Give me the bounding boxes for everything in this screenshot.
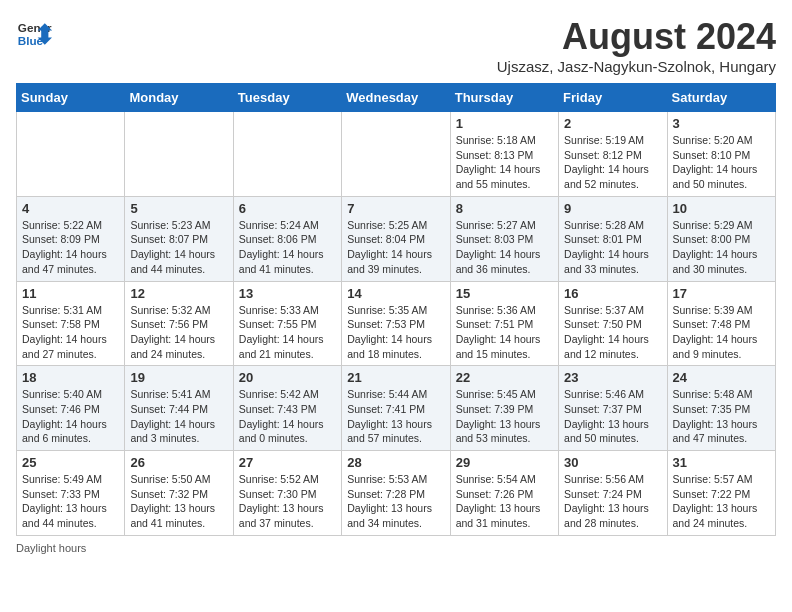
col-tuesday: Tuesday xyxy=(233,84,341,112)
table-row xyxy=(342,112,450,197)
day-number: 9 xyxy=(564,201,661,216)
day-info: Sunrise: 5:50 AMSunset: 7:32 PMDaylight:… xyxy=(130,472,227,531)
table-row xyxy=(17,112,125,197)
calendar-week-row: 25Sunrise: 5:49 AMSunset: 7:33 PMDayligh… xyxy=(17,451,776,536)
day-info: Sunrise: 5:52 AMSunset: 7:30 PMDaylight:… xyxy=(239,472,336,531)
day-number: 11 xyxy=(22,286,119,301)
day-number: 25 xyxy=(22,455,119,470)
day-info: Sunrise: 5:56 AMSunset: 7:24 PMDaylight:… xyxy=(564,472,661,531)
day-number: 12 xyxy=(130,286,227,301)
day-info: Sunrise: 5:18 AMSunset: 8:13 PMDaylight:… xyxy=(456,133,553,192)
table-row: 10Sunrise: 5:29 AMSunset: 8:00 PMDayligh… xyxy=(667,196,775,281)
table-row: 4Sunrise: 5:22 AMSunset: 8:09 PMDaylight… xyxy=(17,196,125,281)
table-row: 9Sunrise: 5:28 AMSunset: 8:01 PMDaylight… xyxy=(559,196,667,281)
svg-text:Blue: Blue xyxy=(18,34,44,47)
table-row: 15Sunrise: 5:36 AMSunset: 7:51 PMDayligh… xyxy=(450,281,558,366)
day-number: 8 xyxy=(456,201,553,216)
day-info: Sunrise: 5:45 AMSunset: 7:39 PMDaylight:… xyxy=(456,387,553,446)
table-row: 23Sunrise: 5:46 AMSunset: 7:37 PMDayligh… xyxy=(559,366,667,451)
day-info: Sunrise: 5:37 AMSunset: 7:50 PMDaylight:… xyxy=(564,303,661,362)
calendar-title: August 2024 xyxy=(497,16,776,58)
table-row: 21Sunrise: 5:44 AMSunset: 7:41 PMDayligh… xyxy=(342,366,450,451)
day-number: 18 xyxy=(22,370,119,385)
day-info: Sunrise: 5:28 AMSunset: 8:01 PMDaylight:… xyxy=(564,218,661,277)
calendar-week-row: 11Sunrise: 5:31 AMSunset: 7:58 PMDayligh… xyxy=(17,281,776,366)
day-number: 30 xyxy=(564,455,661,470)
table-row: 2Sunrise: 5:19 AMSunset: 8:12 PMDaylight… xyxy=(559,112,667,197)
day-number: 13 xyxy=(239,286,336,301)
col-sunday: Sunday xyxy=(17,84,125,112)
day-number: 23 xyxy=(564,370,661,385)
col-saturday: Saturday xyxy=(667,84,775,112)
day-info: Sunrise: 5:57 AMSunset: 7:22 PMDaylight:… xyxy=(673,472,770,531)
table-row: 1Sunrise: 5:18 AMSunset: 8:13 PMDaylight… xyxy=(450,112,558,197)
table-row: 28Sunrise: 5:53 AMSunset: 7:28 PMDayligh… xyxy=(342,451,450,536)
day-info: Sunrise: 5:33 AMSunset: 7:55 PMDaylight:… xyxy=(239,303,336,362)
table-row xyxy=(125,112,233,197)
day-number: 5 xyxy=(130,201,227,216)
day-number: 22 xyxy=(456,370,553,385)
day-info: Sunrise: 5:35 AMSunset: 7:53 PMDaylight:… xyxy=(347,303,444,362)
table-row: 18Sunrise: 5:40 AMSunset: 7:46 PMDayligh… xyxy=(17,366,125,451)
day-number: 7 xyxy=(347,201,444,216)
table-row: 3Sunrise: 5:20 AMSunset: 8:10 PMDaylight… xyxy=(667,112,775,197)
day-number: 24 xyxy=(673,370,770,385)
col-friday: Friday xyxy=(559,84,667,112)
day-number: 27 xyxy=(239,455,336,470)
day-number: 20 xyxy=(239,370,336,385)
day-number: 19 xyxy=(130,370,227,385)
logo: General Blue xyxy=(16,16,52,52)
col-thursday: Thursday xyxy=(450,84,558,112)
calendar-week-row: 1Sunrise: 5:18 AMSunset: 8:13 PMDaylight… xyxy=(17,112,776,197)
table-row: 19Sunrise: 5:41 AMSunset: 7:44 PMDayligh… xyxy=(125,366,233,451)
day-info: Sunrise: 5:27 AMSunset: 8:03 PMDaylight:… xyxy=(456,218,553,277)
table-row: 17Sunrise: 5:39 AMSunset: 7:48 PMDayligh… xyxy=(667,281,775,366)
table-row xyxy=(233,112,341,197)
day-info: Sunrise: 5:20 AMSunset: 8:10 PMDaylight:… xyxy=(673,133,770,192)
table-row: 16Sunrise: 5:37 AMSunset: 7:50 PMDayligh… xyxy=(559,281,667,366)
col-monday: Monday xyxy=(125,84,233,112)
day-number: 28 xyxy=(347,455,444,470)
day-info: Sunrise: 5:44 AMSunset: 7:41 PMDaylight:… xyxy=(347,387,444,446)
day-number: 16 xyxy=(564,286,661,301)
day-number: 14 xyxy=(347,286,444,301)
table-row: 14Sunrise: 5:35 AMSunset: 7:53 PMDayligh… xyxy=(342,281,450,366)
table-row: 12Sunrise: 5:32 AMSunset: 7:56 PMDayligh… xyxy=(125,281,233,366)
day-info: Sunrise: 5:53 AMSunset: 7:28 PMDaylight:… xyxy=(347,472,444,531)
table-row: 5Sunrise: 5:23 AMSunset: 8:07 PMDaylight… xyxy=(125,196,233,281)
day-info: Sunrise: 5:54 AMSunset: 7:26 PMDaylight:… xyxy=(456,472,553,531)
calendar-table: Sunday Monday Tuesday Wednesday Thursday… xyxy=(16,83,776,536)
day-number: 1 xyxy=(456,116,553,131)
calendar-week-row: 4Sunrise: 5:22 AMSunset: 8:09 PMDaylight… xyxy=(17,196,776,281)
table-row: 26Sunrise: 5:50 AMSunset: 7:32 PMDayligh… xyxy=(125,451,233,536)
logo-icon: General Blue xyxy=(16,16,52,52)
day-info: Sunrise: 5:24 AMSunset: 8:06 PMDaylight:… xyxy=(239,218,336,277)
header: General Blue August 2024 Ujszasz, Jasz-N… xyxy=(16,16,776,75)
day-info: Sunrise: 5:22 AMSunset: 8:09 PMDaylight:… xyxy=(22,218,119,277)
table-row: 31Sunrise: 5:57 AMSunset: 7:22 PMDayligh… xyxy=(667,451,775,536)
day-info: Sunrise: 5:42 AMSunset: 7:43 PMDaylight:… xyxy=(239,387,336,446)
table-row: 27Sunrise: 5:52 AMSunset: 7:30 PMDayligh… xyxy=(233,451,341,536)
day-number: 26 xyxy=(130,455,227,470)
day-number: 21 xyxy=(347,370,444,385)
col-wednesday: Wednesday xyxy=(342,84,450,112)
day-number: 4 xyxy=(22,201,119,216)
day-number: 10 xyxy=(673,201,770,216)
calendar-subtitle: Ujszasz, Jasz-Nagykun-Szolnok, Hungary xyxy=(497,58,776,75)
day-info: Sunrise: 5:36 AMSunset: 7:51 PMDaylight:… xyxy=(456,303,553,362)
table-row: 6Sunrise: 5:24 AMSunset: 8:06 PMDaylight… xyxy=(233,196,341,281)
table-row: 20Sunrise: 5:42 AMSunset: 7:43 PMDayligh… xyxy=(233,366,341,451)
day-number: 29 xyxy=(456,455,553,470)
day-info: Sunrise: 5:29 AMSunset: 8:00 PMDaylight:… xyxy=(673,218,770,277)
day-info: Sunrise: 5:31 AMSunset: 7:58 PMDaylight:… xyxy=(22,303,119,362)
footer-note: Daylight hours xyxy=(16,542,776,554)
day-info: Sunrise: 5:19 AMSunset: 8:12 PMDaylight:… xyxy=(564,133,661,192)
day-info: Sunrise: 5:49 AMSunset: 7:33 PMDaylight:… xyxy=(22,472,119,531)
day-info: Sunrise: 5:41 AMSunset: 7:44 PMDaylight:… xyxy=(130,387,227,446)
table-row: 7Sunrise: 5:25 AMSunset: 8:04 PMDaylight… xyxy=(342,196,450,281)
title-area: August 2024 Ujszasz, Jasz-Nagykun-Szolno… xyxy=(497,16,776,75)
day-number: 15 xyxy=(456,286,553,301)
table-row: 13Sunrise: 5:33 AMSunset: 7:55 PMDayligh… xyxy=(233,281,341,366)
day-number: 3 xyxy=(673,116,770,131)
day-info: Sunrise: 5:32 AMSunset: 7:56 PMDaylight:… xyxy=(130,303,227,362)
